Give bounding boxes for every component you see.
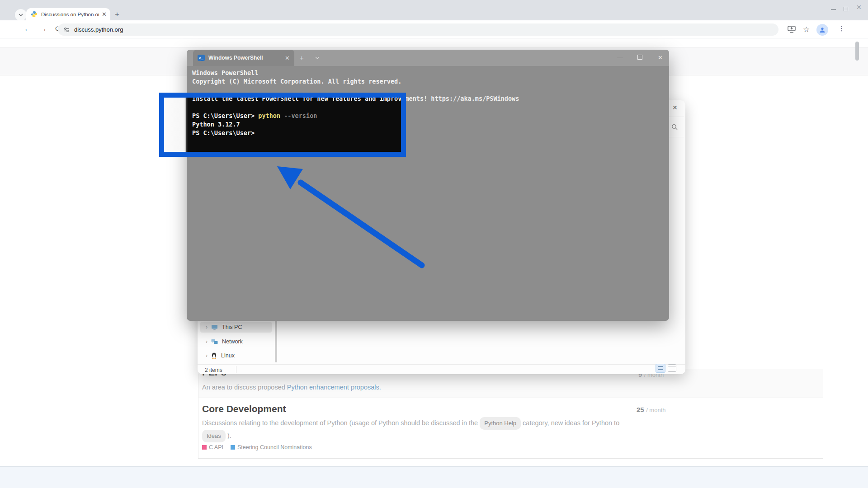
peps-description: An area to discuss proposed Python enhan… — [202, 384, 381, 391]
sidebar-label: Network — [222, 338, 243, 345]
expand-chevron-icon[interactable]: › — [206, 324, 208, 330]
python-favicon-icon — [31, 11, 38, 18]
window-maximize-button[interactable] — [844, 7, 848, 11]
core-dev-stat: 25 / month — [637, 406, 666, 414]
sidebar-scrollbar[interactable] — [275, 321, 277, 362]
peps-desc-text: An area to discuss proposed — [202, 384, 287, 391]
annotation-highlight-box: Install the latest PowerShell for new fe… — [159, 93, 406, 157]
forward-icon[interactable]: → — [40, 25, 47, 33]
status-divider — [236, 366, 236, 373]
taskbar — [0, 466, 868, 488]
expand-chevron-icon[interactable]: › — [206, 338, 208, 345]
terminal-minimize-button[interactable]: — — [617, 54, 623, 61]
terminal-maximize-button[interactable] — [637, 55, 642, 60]
category-table-border — [198, 374, 198, 458]
sidebar-item-this-pc[interactable]: › This PC — [200, 322, 272, 333]
terminal-tab[interactable]: >_ Windows PowerShell ✕ — [193, 50, 294, 66]
explorer-separator2 — [668, 137, 684, 137]
browser-tab-active[interactable]: Discussions on Python.org ✕ — [26, 8, 110, 20]
hl-prompt-line: PS C:\Users\User> python --version — [192, 112, 317, 120]
terminal-tab-title: Windows PowerShell — [208, 55, 285, 61]
explorer-footer-divider — [198, 364, 685, 365]
chevron-down-icon — [19, 14, 23, 16]
back-icon[interactable]: ← — [24, 25, 31, 33]
core-desc-2: category, new ideas for — [523, 419, 590, 427]
steering-tag-label[interactable]: Steering Council Nominations — [237, 444, 312, 450]
core-dev-tags: C API Steering Council Nominations — [202, 444, 319, 450]
new-tab-button[interactable]: + — [115, 10, 119, 19]
ideas-badge[interactable]: Ideas — [202, 430, 226, 442]
address-bar[interactable]: discuss.python.org — [58, 23, 778, 36]
peps-desc-link[interactable]: Python enhancement proposals. — [287, 384, 381, 391]
c-api-tag-label[interactable]: C API — [209, 444, 223, 450]
explorer-search-icon[interactable] — [671, 124, 678, 130]
row-divider-bottom — [198, 458, 823, 459]
sidebar-item-linux[interactable]: › Linux — [200, 350, 272, 361]
python-help-badge[interactable]: Python Help — [480, 417, 521, 430]
linux-penguin-icon — [211, 352, 217, 359]
window-close-button[interactable]: ✕ — [856, 4, 862, 11]
hl-update-line: Install the latest PowerShell for new fe… — [192, 98, 401, 103]
sidebar-label: Linux — [221, 352, 235, 359]
terminal-new-tab-button[interactable]: + — [300, 54, 304, 61]
annotation-arrow — [262, 154, 443, 280]
terminal-tab-close-icon[interactable]: ✕ — [285, 55, 290, 61]
c-api-tag-square — [202, 445, 207, 450]
tab-title: Discussions on Python.org — [41, 12, 99, 17]
site-info-icon[interactable] — [63, 27, 70, 33]
window-minimize-button[interactable] — [831, 9, 836, 10]
expand-chevron-icon[interactable]: › — [206, 352, 208, 359]
this-pc-icon — [211, 324, 218, 330]
install-app-icon[interactable] — [788, 26, 796, 33]
page-scrollbar-thumb[interactable] — [855, 42, 859, 61]
row-divider — [198, 398, 823, 398]
core-desc-4: ). — [227, 432, 231, 439]
person-icon — [819, 27, 826, 33]
hl-output-line: Python 3.12.7 — [192, 120, 240, 129]
core-dev-stat-unit: / month — [646, 407, 665, 413]
screen: Discussions on Python.org ✕ + ✕ ← → ⟳ di… — [0, 0, 868, 488]
network-icon — [211, 339, 218, 345]
url-text: discuss.python.org — [74, 26, 123, 33]
terminal-banner-line2: Copyright (C) Microsoft Corporation. All… — [192, 77, 401, 86]
steering-tag-square — [231, 445, 235, 450]
explorer-item-count: 2 items — [205, 367, 222, 373]
explorer-close-icon[interactable]: ✕ — [672, 104, 678, 111]
terminal-banner-line1: Windows PowerShell — [192, 69, 258, 77]
tab-search-button[interactable] — [15, 9, 27, 21]
core-dev-title[interactable]: Core Development — [202, 404, 286, 414]
sidebar-label: This PC — [222, 324, 242, 330]
terminal-titlebar[interactable]: >_ Windows PowerShell ✕ + — ✕ — [187, 50, 669, 66]
powershell-icon: >_ — [198, 55, 205, 61]
hl-prompt-line2: PS C:\Users\User> — [192, 129, 255, 137]
core-desc-3: Python to — [592, 419, 619, 427]
highlight-undimmed-region: Install the latest PowerShell for new fe… — [164, 98, 401, 152]
profile-avatar[interactable] — [816, 24, 828, 36]
bookmark-star-icon[interactable]: ☆ — [803, 25, 810, 34]
terminal-close-button[interactable]: ✕ — [658, 54, 663, 61]
tab-close-icon[interactable]: ✕ — [99, 11, 107, 18]
core-dev-description: Discussions relating to the development … — [202, 417, 636, 442]
explorer-separator — [668, 117, 684, 117]
thumbnail-view-toggle[interactable] — [668, 364, 676, 372]
browser-menu-icon[interactable]: ⋮ — [838, 24, 845, 33]
sidebar-item-network[interactable]: › Network — [200, 336, 272, 347]
core-desc-1: Discussions relating to the development … — [202, 419, 478, 427]
core-dev-stat-value: 25 — [637, 406, 644, 413]
details-view-toggle[interactable] — [656, 364, 665, 373]
terminal-dropdown-icon[interactable] — [315, 56, 320, 59]
browser-tab-strip — [0, 0, 868, 20]
